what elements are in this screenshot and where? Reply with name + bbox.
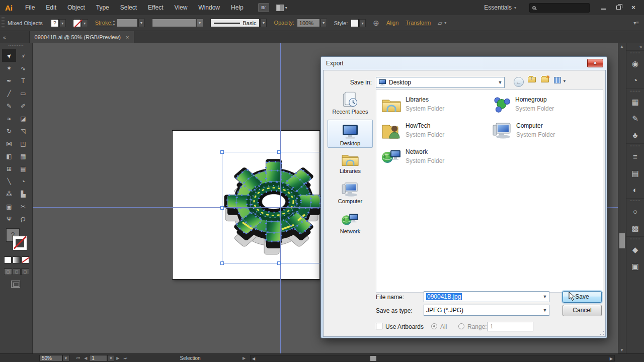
stroke-link[interactable]: Stroke: [95,20,113,26]
line-segment-tool[interactable]: ╱ [2,87,16,100]
gradient-tool[interactable]: ▤ [16,162,30,175]
close-tab-icon[interactable]: × [126,34,129,40]
artboard-tool[interactable]: ▣ [2,200,16,213]
handle-bottom-mid[interactable] [277,261,281,265]
pencil-tool[interactable]: ✐ [16,100,30,112]
graphic-styles-panel-icon[interactable]: ▩ [626,220,644,236]
handle-top-mid[interactable] [277,150,281,154]
artboards-panel-icon[interactable]: ▣ [626,258,644,275]
menu-file[interactable]: File [20,0,40,15]
stroke-weight-stepper[interactable]: ▲▼ [113,20,116,27]
workspace-switcher[interactable]: Essentials ▾ [484,4,516,11]
save-in-combo[interactable]: Desktop ▼ [376,77,505,88]
stroke-color-box[interactable] [13,236,27,250]
type-tool[interactable]: T [16,74,30,87]
mesh-tool[interactable]: ⊞ [2,162,16,175]
new-folder-button[interactable]: ✱ [541,77,549,82]
file-list[interactable]: LibrariesSystem Folder HowTechSystem Fol… [376,89,603,293]
lasso-tool[interactable]: ∿ [16,62,30,74]
eyedropper-tool[interactable]: ╲ [2,175,16,188]
search-input[interactable] [529,3,590,13]
draw-behind-button[interactable]: ◻ [13,268,21,275]
chevron-down-icon[interactable]: ▼ [260,19,267,27]
handle-mid-left[interactable] [220,206,224,210]
rectangle-tool[interactable]: ▭ [16,87,30,100]
menu-window[interactable]: Window [193,0,225,15]
menu-view[interactable]: View [169,0,193,15]
stroke-panel-icon[interactable]: ≡ [626,148,644,165]
chevron-down-icon[interactable]: ▼ [59,19,66,27]
shape-builder-tool[interactable]: ◧ [2,150,16,162]
draw-inside-button[interactable]: ◻ [21,268,29,275]
restore-button[interactable] [612,3,625,12]
chevron-down-icon[interactable]: ▾ [444,21,446,25]
next-artboard-icon[interactable]: ▶ [114,356,121,360]
place-computer[interactable]: Computer [328,182,373,204]
gradient-button[interactable] [13,256,20,263]
rotate-tool[interactable]: ↻ [2,125,16,137]
views-menu-button[interactable]: ▼ [554,77,567,83]
document-setup-icon[interactable]: ⊕ [373,19,379,28]
column-graph-tool[interactable]: ▙ [16,188,30,200]
vertical-scroll-thumb[interactable] [619,233,625,248]
free-transform-tool[interactable]: ◳ [16,137,30,150]
bridge-button[interactable]: Br [258,3,269,12]
menu-effect[interactable]: Effect [142,0,169,15]
symbol-sprayer-tool[interactable]: ⁂ [2,188,16,200]
file-item-homegroup[interactable]: HomegroupSystem Folder [492,96,554,113]
menu-type[interactable]: Type [91,0,115,15]
place-network[interactable]: Network [328,212,373,234]
stroke-weight-field[interactable] [117,19,138,27]
brush-definition-field[interactable]: Basic [210,19,260,27]
back-button[interactable]: ← [514,77,524,87]
file-name-combo[interactable]: 090041B.jpg ▼ [424,291,549,302]
vertical-scrollbar[interactable]: ▲ ▼ [618,43,626,353]
status-expand-icon[interactable]: ▶ [240,356,248,360]
range-radio[interactable] [458,323,464,329]
file-item-network[interactable]: NetworkSystem Folder [381,148,444,165]
file-item-computer[interactable]: ComputerSystem Folder [492,122,555,139]
file-item-howtech[interactable]: HowTechSystem Folder [381,122,444,139]
paintbrush-tool[interactable]: ✎ [2,100,16,112]
zoom-tool[interactable]: Q [16,213,30,225]
dialog-title-bar[interactable]: Export [321,57,607,70]
width-tool[interactable]: ⋈ [2,137,16,150]
slice-tool[interactable]: ✂ [16,200,30,213]
dialog-close-button[interactable]: × [587,59,603,67]
zoom-level-field[interactable]: 50% [39,355,62,361]
arrange-documents-button[interactable]: ▾ [276,5,287,11]
pen-tool[interactable]: ✒ [2,74,16,87]
stroke-swatch-control[interactable]: ▼ [73,19,88,27]
minimize-button[interactable] [597,3,610,12]
none-button[interactable] [22,256,29,263]
magic-wand-tool[interactable]: ✶ [2,62,16,74]
zoom-dropdown-icon[interactable]: ▼ [62,355,69,361]
resize-grip[interactable] [599,330,604,335]
scroll-left-icon[interactable]: ◀ [252,356,255,361]
layers-panel-icon[interactable]: ◆ [626,241,644,258]
selection-tool[interactable]: ➤ [2,49,16,62]
align-link[interactable]: Align [386,20,398,26]
swatches-panel-icon[interactable]: ▦ [626,94,644,110]
close-button[interactable]: × [627,3,640,12]
all-radio[interactable] [431,323,437,329]
save-as-type-combo[interactable]: JPEG (*.JPG) ▼ [424,305,549,316]
up-one-level-button[interactable]: ↑ [528,77,536,82]
gradient-panel-icon[interactable]: ▤ [626,165,644,182]
previous-artboard-icon[interactable]: ◀ [82,356,89,360]
selection-bounding-box[interactable] [222,152,335,263]
panel-menu-icon[interactable]: ▾≡ [633,20,639,26]
scroll-right-icon[interactable]: ▶ [610,356,613,361]
cancel-button[interactable]: Cancel [562,305,602,316]
chevron-down-icon[interactable]: ▼ [197,19,203,27]
drag-handle[interactable] [2,17,5,29]
horizontal-scrollbar[interactable]: ◀ ▶ [250,355,615,361]
color-button[interactable] [4,256,12,263]
handle-bottom-left[interactable] [220,261,224,265]
menu-edit[interactable]: Edit [40,0,62,15]
variable-width-profile-field[interactable] [152,19,196,27]
chevron-down-icon[interactable]: ▼ [359,19,366,27]
chevron-down-icon[interactable]: ▼ [138,19,145,27]
perspective-grid-tool[interactable]: ▦ [16,150,30,162]
opacity-field[interactable]: 100% [297,19,320,27]
